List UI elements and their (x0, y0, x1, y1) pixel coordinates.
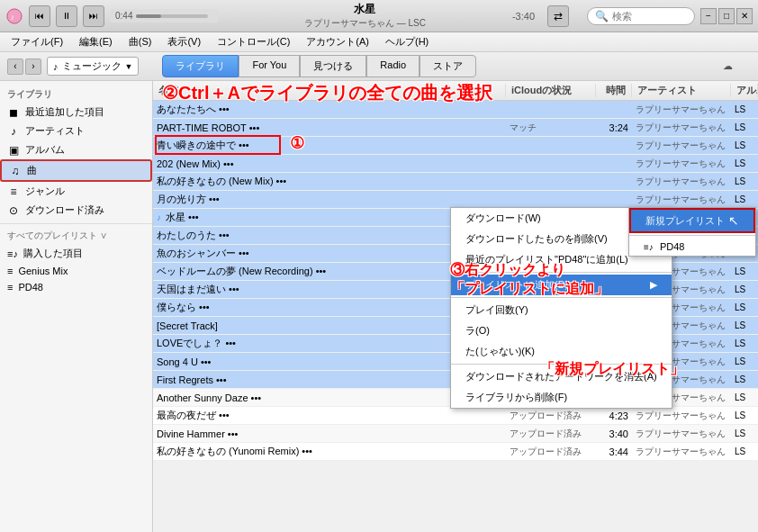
table-row[interactable]: 月の光り方 ••• ラプリーサマーちゃん LS (153, 191, 758, 209)
table-row[interactable]: 青い瞬きの途中で ••• ラプリーサマーちゃん LS (153, 137, 758, 155)
song-album: LS (731, 356, 758, 366)
close-button[interactable]: ✕ (736, 8, 753, 24)
song-album: LS (731, 410, 758, 420)
sidebar-item-genres[interactable]: ≡ ジャンル (0, 182, 152, 201)
prev-button[interactable]: ⏮ (29, 5, 50, 27)
playlist-toggle[interactable]: すべてのプレイリスト ∨ (0, 228, 152, 244)
sub-pd48-icon: ≡♪ (644, 242, 654, 252)
playlist-purchased[interactable]: ≡♪ 購入した項目 (0, 244, 152, 263)
sidebar-download-label: ダウンロード済み (25, 203, 104, 217)
menu-view[interactable]: 表示(V) (160, 33, 208, 50)
search-box[interactable]: 🔍 (587, 7, 695, 25)
tab-for-you[interactable]: For You (239, 55, 300, 77)
menu-edit[interactable]: 編集(E) (72, 33, 120, 50)
song-time: 4:23 (596, 410, 632, 421)
sidebar-item-artists[interactable]: ♪ アーティスト (0, 122, 152, 140)
sidebar-item-songs[interactable]: ♫ 曲 (0, 159, 152, 182)
col-artist: アーティスト (632, 84, 731, 97)
library-label: ミュージック (62, 59, 122, 73)
playlist-pd48[interactable]: ≡ PD48 (0, 279, 152, 295)
table-row[interactable]: PART-TIME ROBOT ••• マッチ 3:24 ラプリーサマーちゃん … (153, 119, 758, 137)
progress-fill (136, 14, 161, 18)
col-name: 名前 (153, 84, 506, 97)
tab-library[interactable]: ライブラリ (162, 55, 239, 77)
table-row[interactable]: 私の好きなもの (New Mix) ••• ラプリーサマーちゃん LS (153, 173, 758, 191)
sub-pd48-label: PD48 (660, 241, 685, 252)
ctx-sep-3 (451, 364, 672, 365)
dropdown-icon: ▼ (125, 62, 133, 71)
sidebar-item-albums[interactable]: ▣ アルバム (0, 140, 152, 159)
next-button[interactable]: ⏭ (83, 5, 104, 27)
sidebar-song-label: 曲 (27, 164, 37, 177)
progress-area[interactable]: 0:44 (110, 9, 218, 23)
play-pause-button[interactable]: ⏸ (56, 5, 77, 27)
menu-song[interactable]: 曲(S) (122, 33, 159, 50)
icloud-icon: ☁ (723, 60, 733, 71)
column-headers: 名前 iCloudの状況 時間 アーティスト アルバ (153, 81, 758, 101)
sub-sep-1 (629, 235, 755, 236)
song-album: LS (731, 266, 758, 276)
content-area: 名前 iCloudの状況 時間 アーティスト アルバ あなたたちへ ••• ラプ… (153, 81, 758, 532)
ctx-ra[interactable]: ラ(O) (451, 320, 672, 341)
playlist-toggle-label: すべてのプレイリスト (7, 230, 97, 240)
submenu-arrow: ▶ (650, 279, 657, 291)
song-album: LS (731, 140, 758, 150)
purchased-icon: ≡♪ (7, 248, 18, 259)
table-row[interactable]: Divine Hammer ••• アップロード済み 3:40 ラプリーサマーち… (153, 425, 758, 443)
ctx-add-playlist-label: プレイリストに追加(D) (465, 278, 568, 292)
menu-control[interactable]: コントロール(C) (210, 33, 297, 50)
table-row[interactable]: あなたたちへ ••• ラプリーサマーちゃん LS (153, 101, 758, 119)
repeat-button[interactable]: ⇄ (547, 5, 569, 27)
menu-file[interactable]: ファイル(F) (4, 33, 70, 50)
sidebar-item-recent[interactable]: ◼ 最近追加した項目 (0, 103, 152, 122)
song-album: LS (731, 446, 758, 456)
song-album: LS (731, 428, 758, 438)
forward-button[interactable]: › (25, 59, 41, 75)
ctx-ta[interactable]: た(じゃない)(K) (451, 341, 672, 362)
progress-bar[interactable] (136, 14, 208, 18)
purchased-label: 購入した項目 (23, 247, 83, 260)
genre-icon: ≡ (7, 185, 20, 198)
song-artist: ラプリーサマーちゃん (632, 140, 731, 152)
music-note-icon: ♪ (53, 61, 59, 72)
menu-account[interactable]: アカウント(A) (299, 33, 376, 50)
ctx-clear-artwork[interactable]: ダウンロードされたアートワークを消去(A) (451, 366, 672, 387)
song-name: 私の好きなもの (New Mix) ••• (153, 175, 506, 188)
library-selector[interactable]: ♪ ミュージック ▼ (47, 57, 139, 76)
sub-new-playlist[interactable]: 新規プレイリスト ↖ (629, 208, 755, 233)
playlist-genius[interactable]: ≡ Genius Mix (0, 263, 152, 279)
tab-store[interactable]: ストア (420, 55, 476, 77)
sidebar-artist-label: アーティスト (25, 124, 85, 138)
ctx-remove-library[interactable]: ライブラリから削除(F) (451, 387, 672, 408)
song-artist: ラプリーサマーちゃん (632, 428, 731, 440)
song-artist: ラプリーサマーちゃん (632, 104, 731, 116)
ctx-add-playlist[interactable]: プレイリストに追加(D) ▶ (451, 275, 672, 295)
menu-help[interactable]: ヘルプ(H) (378, 33, 436, 50)
tab-radio[interactable]: Radio (366, 55, 420, 77)
maximize-button[interactable]: □ (718, 8, 735, 24)
table-row[interactable]: 202 (New Mix) ••• ラプリーサマーちゃん LS (153, 155, 758, 173)
search-input[interactable] (612, 11, 684, 22)
col-icloud: iCloudの状況 (506, 84, 596, 97)
col-time: 時間 (596, 84, 632, 97)
table-row[interactable]: 私の好きなもの (Yunomi Remix) ••• アップロード済み 3:44… (153, 443, 758, 461)
song-artist: ラプリーサマーちゃん (632, 158, 731, 170)
song-album: LS (731, 392, 758, 402)
song-album: LS (731, 176, 758, 186)
sidebar-divider-1 (0, 223, 152, 224)
svg-point-0 (7, 8, 22, 23)
playing-icon: ♪ (157, 212, 161, 222)
song-icloud: アップロード済み (506, 428, 596, 440)
sub-pd48[interactable]: ≡♪ PD48 (629, 238, 755, 256)
sidebar-item-downloaded[interactable]: ⊙ ダウンロード済み (0, 201, 152, 220)
tab-find[interactable]: 見つける (300, 55, 366, 77)
minimize-button[interactable]: − (700, 8, 717, 24)
back-button[interactable]: ‹ (7, 59, 23, 75)
song-album: LS (731, 320, 758, 330)
song-name: あなたたちへ ••• (153, 103, 506, 116)
song-name: 月の光り方 ••• (153, 193, 506, 206)
table-row[interactable]: 最高の夜だぜ ••• アップロード済み 4:23 ラプリーサマーちゃん LS (153, 407, 758, 425)
song-name: 202 (New Mix) ••• (153, 158, 506, 169)
time-remaining: -3:40 (512, 11, 535, 22)
ctx-play-count[interactable]: プレイ回数(Y) (451, 300, 672, 320)
